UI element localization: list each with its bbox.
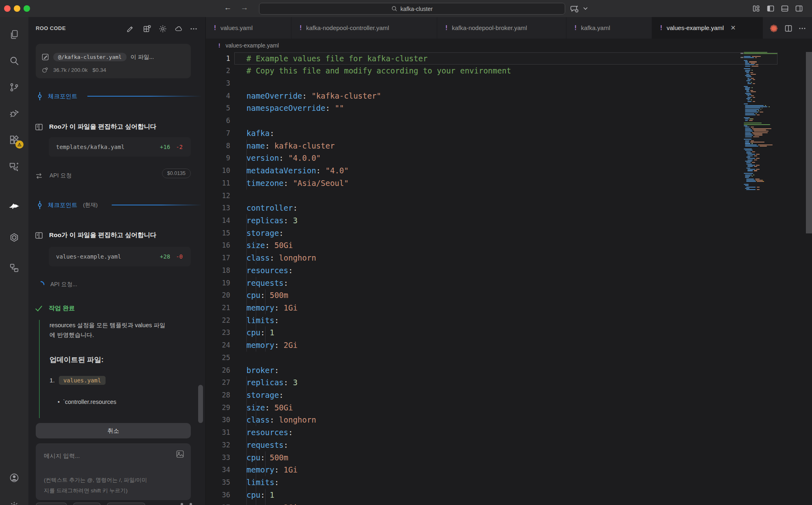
image-icon[interactable]	[176, 450, 184, 458]
model-selector[interactable]	[107, 503, 145, 505]
forward-icon[interactable]: →	[239, 3, 250, 12]
code-line: memory: 2Gi	[246, 501, 298, 505]
command-center[interactable]: kafka-cluster	[259, 3, 565, 15]
copilot-disabled-icon[interactable]	[570, 4, 581, 13]
edit-request-header: Roo가 이 파일을 편집하고 싶어합니다	[35, 231, 156, 240]
minimap-line	[756, 158, 760, 159]
minimap-line	[751, 91, 756, 92]
activity-item-hexagon[interactable]	[0, 227, 28, 248]
minimap-line	[746, 179, 754, 179]
minimap-line	[745, 129, 752, 130]
line-number: 7	[206, 129, 230, 137]
command-center-text: kafka-cluster	[400, 6, 432, 12]
updated-file-item: 1. values.yaml	[50, 376, 106, 385]
ellipsis-icon[interactable]	[189, 24, 198, 33]
minimap-line	[757, 181, 763, 182]
activity-item-extensions[interactable]	[0, 130, 28, 150]
minimap-line	[746, 80, 750, 81]
code-line: size: 50Gi	[246, 239, 293, 252]
tokens-icon	[41, 67, 48, 73]
line-number: 16	[206, 241, 230, 249]
checkpoint-line	[112, 205, 202, 205]
diff-file-row[interactable]: values-example.yaml +28 -0	[49, 247, 191, 266]
minimap-line	[747, 170, 753, 171]
minimap-line	[747, 99, 750, 100]
code-line: limits:	[246, 476, 279, 489]
provider-selector[interactable]	[73, 503, 101, 505]
line-number: 4	[206, 92, 230, 100]
minimap-line	[757, 189, 760, 190]
minimap-line	[752, 70, 753, 71]
activity-item-settings[interactable]	[0, 496, 28, 505]
minimap-line	[745, 105, 764, 106]
task-card[interactable]: @/kafka-cluster.yaml 이 파일... 36.7k / 200…	[36, 44, 191, 78]
activity-item-run-debug[interactable]	[0, 104, 28, 124]
api-cost-badge: $0.0135	[162, 168, 191, 178]
back-icon[interactable]: ←	[222, 3, 233, 12]
minimap-line	[747, 166, 753, 167]
code-line: namespaceOverride: ""	[246, 102, 344, 114]
file-code-chip[interactable]: values.yaml	[59, 376, 106, 385]
line-number: 27	[206, 378, 230, 386]
checkpoint-current-row[interactable]: 체크포인트 (현재)	[28, 200, 206, 210]
api-progress-label: API 요청...	[50, 281, 77, 288]
task-cost: $0.34	[93, 67, 106, 73]
minimap-line	[752, 151, 755, 152]
mode-selector[interactable]	[36, 503, 67, 505]
minimap-line	[756, 169, 760, 170]
line-number: 13	[206, 204, 230, 212]
minimap-line	[746, 74, 750, 75]
minimap-line	[752, 56, 761, 57]
minimap-line	[752, 87, 753, 88]
editor-scrollbar[interactable]	[806, 52, 812, 233]
minimize-window-button[interactable]	[14, 5, 20, 12]
checkpoint-row[interactable]: 체크포인트	[28, 91, 206, 101]
minimap-line	[744, 149, 752, 149]
minimap-line	[754, 131, 769, 132]
minimap-line	[746, 151, 751, 152]
editor-group: !values.yaml!kafka-nodepool-controller.y…	[206, 0, 812, 505]
minimap-line	[747, 95, 750, 96]
chevron-down-icon[interactable]	[583, 6, 588, 11]
task-file-chip[interactable]: @/kafka-cluster.yaml	[53, 53, 127, 61]
toggle-sidebar-icon[interactable]	[767, 4, 775, 13]
zoom-window-button[interactable]	[24, 5, 30, 12]
close-window-button[interactable]	[4, 5, 11, 12]
activity-item-search[interactable]	[0, 51, 28, 71]
line-number: 30	[206, 416, 230, 424]
toggle-panel-icon[interactable]	[781, 4, 789, 13]
code-area[interactable]: 1# Example values file for kafka-cluster…	[206, 0, 812, 505]
minimap-line	[753, 83, 755, 84]
minimap-line	[745, 145, 757, 145]
layout-grid-icon[interactable]	[143, 24, 151, 33]
cloud-icon[interactable]	[174, 24, 183, 33]
toggle-secondary-sidebar-icon[interactable]	[795, 4, 803, 13]
sidebar-scrollbar[interactable]	[198, 385, 203, 423]
cancel-button[interactable]: 취소	[36, 423, 191, 438]
task-text: 이 파일...	[131, 54, 154, 61]
vscode-window: ROO CODE @/kafka-cluster.yaml 이 파일... 36…	[0, 0, 812, 505]
input-action-icons[interactable]	[179, 502, 195, 505]
token-usage: 36.7k / 200.0k	[53, 67, 88, 73]
minimap-line	[744, 57, 754, 58]
message-input[interactable]: 메시지 입력... (컨텍스트 추가는 @, 명령어는 /, 파일/이미지를 드…	[36, 443, 191, 500]
minimap-line	[747, 169, 755, 170]
assistant-message: resources 설정을 모든 템플릿과 values 파일에 반영했습니다.…	[39, 320, 193, 418]
minimap[interactable]	[744, 52, 788, 198]
minimap-line	[745, 142, 749, 142]
gear-icon[interactable]	[158, 24, 167, 33]
spinner-icon	[37, 281, 45, 288]
activity-item-explorer[interactable]	[0, 24, 28, 45]
diff-file-row[interactable]: templates/kafka.yaml +16 -2	[49, 137, 191, 157]
activity-item-roo-code[interactable]	[0, 195, 28, 215]
activity-item-chat[interactable]	[0, 156, 28, 177]
activity-item-source-control[interactable]	[0, 77, 28, 97]
code-line: memory: 1Gi	[246, 464, 298, 476]
activity-bar: ⚠	[0, 0, 28, 505]
minimap-line	[752, 176, 753, 177]
activity-item-account[interactable]	[0, 468, 28, 488]
minimap-line	[745, 127, 750, 127]
pencil-icon[interactable]	[126, 24, 135, 33]
activity-item-flowchart[interactable]	[0, 258, 28, 278]
customize-layout-icon[interactable]	[752, 4, 760, 13]
